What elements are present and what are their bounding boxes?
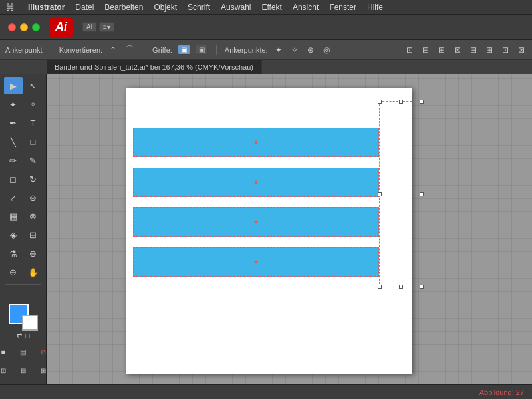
window-controls [8,23,40,31]
align-icon-6[interactable]: ⊞ [484,45,495,55]
mesh-tool[interactable]: ⊞ [24,226,43,243]
color-area: ⇄ ◻ ■ ▤ ⊘ ⊡ ⊟ ⊞ [0,304,47,382]
menu-objekt[interactable]: Objekt [154,3,177,12]
convert-icon-1[interactable]: ⌃ [108,45,118,55]
band-3[interactable] [133,207,379,237]
app-logo: Ai [49,18,73,37]
ankerpunkte-icon-1[interactable]: ✦ [273,45,284,55]
ankerpunkt-label: Ankerpunkt [5,46,43,54]
separator-2 [144,45,144,55]
default-colors-icon[interactable]: ◻ [25,332,30,339]
ankerpunkte-icon-2[interactable]: ✧ [289,45,300,55]
rotate-tool[interactable]: ↻ [24,170,43,188]
screen-mode-button[interactable]: ⊡ [0,362,13,379]
scale-tool[interactable]: ⤢ [4,189,23,206]
no-fill-button[interactable]: ⊘ [34,343,47,360]
griffe-btn-1[interactable]: ▣ [178,45,190,55]
hand-tool[interactable]: ✋ [24,263,43,281]
toolbar-divider [5,284,41,285]
ankerpunkte-label: Ankerpunkte: [225,46,268,54]
band-3-center [255,221,258,224]
eraser-tool[interactable]: ◻ [4,170,23,188]
graph-tool[interactable]: ▦ [4,207,23,225]
menu-datei[interactable]: Datei [75,3,94,12]
arrange-button[interactable]: ≡▾ [99,22,114,32]
align-icon-4[interactable]: ⊠ [452,45,463,55]
align-icon-1[interactable]: ⊡ [404,45,415,55]
profile-button[interactable]: Ai [82,22,96,32]
handle-tm[interactable] [399,100,403,104]
paintbrush-tool[interactable]: ✏ [4,152,23,169]
griffe-btn-2[interactable]: ▣ [196,45,208,55]
swap-colors-icon[interactable]: ⇄ [17,332,22,339]
background-color[interactable] [22,315,38,331]
menu-schrift[interactable]: Schrift [188,3,210,12]
handle-bl[interactable] [378,285,382,289]
status-bar: Abbildung: 27 [0,384,532,399]
screen-mode-2-button[interactable]: ⊟ [14,362,33,379]
eyedropper-tool[interactable]: ⚗ [4,245,23,262]
document-tab[interactable]: Bänder und Spiralen_tut2.ai* bei 167,36 … [47,60,262,74]
color-icons: ⇄ ◻ [17,332,30,339]
lasso-tool[interactable]: ⌖ [24,96,43,113]
align-icon-5[interactable]: ⊟ [468,45,479,55]
separator-3 [216,45,217,55]
band-1[interactable] [133,128,379,157]
menu-illustrator[interactable]: Illustrator [28,3,65,12]
apple-menu[interactable]: ⌘ [5,2,15,13]
main-area: ▶ ↖ ✦ ⌖ ✒ T ╲ □ ✏ ✎ ◻ ↻ ⤢ ⊛ ▦ ⊗ [0,74,532,384]
menu-hilfe[interactable]: Hilfe [367,3,383,12]
menu-auswahl[interactable]: Auswahl [221,3,251,12]
align-icon-8[interactable]: ⊠ [516,45,527,55]
line-tool[interactable]: ╲ [4,133,23,150]
convert-icon-2[interactable]: ⌒ [124,43,136,56]
handle-ml[interactable] [378,192,382,196]
symbol-tool[interactable]: ⊗ [24,207,43,225]
handle-mr[interactable] [420,192,424,196]
menu-fenster[interactable]: Fenster [329,3,356,12]
canvas-area [47,74,532,384]
tab-title: Bänder und Spiralen_tut2.ai* bei 167,36 … [55,63,253,71]
gradient-fill-button[interactable]: ▤ [14,343,33,360]
pencil-tool[interactable]: ✎ [24,152,43,169]
menu-effekt[interactable]: Effekt [261,3,281,12]
band-4-center [255,261,258,264]
rect-tool[interactable]: □ [24,133,43,150]
griffe-label: Griffe: [152,46,172,54]
status-text: Abbildung: 27 [479,388,524,396]
minimize-button[interactable] [20,23,28,31]
color-boxes [9,304,38,331]
measure-tool[interactable]: ⊕ [24,245,43,262]
pen-tool[interactable]: ✒ [4,114,23,132]
type-tool[interactable]: T [24,114,43,132]
selection-tool[interactable]: ▶ [4,77,23,94]
align-icon-7[interactable]: ⊡ [500,45,511,55]
magic-wand-tool[interactable]: ✦ [4,96,23,113]
menu-bearbeiten[interactable]: Bearbeiten [104,3,143,12]
separator-1 [51,45,51,55]
handle-br[interactable] [420,285,424,289]
handle-bm[interactable] [399,285,403,289]
ankerpunkte-icon-3[interactable]: ⊕ [305,45,316,55]
band-4[interactable] [133,247,379,277]
handle-tr[interactable] [420,100,424,104]
konvertieren-label: Konvertieren: [59,46,102,54]
band-2[interactable] [133,168,379,197]
ankerpunkte-icon-4[interactable]: ◎ [321,45,332,55]
band-1-center [255,141,258,144]
titlebar: Ai Ai ≡▾ [0,15,532,40]
align-icon-3[interactable]: ⊞ [436,45,447,55]
warp-tool[interactable]: ⊛ [24,189,43,206]
handle-tl[interactable] [378,100,382,104]
band-2-center [255,181,258,184]
close-button[interactable] [8,23,16,31]
menu-ansicht[interactable]: Ansicht [293,3,319,12]
gradient-tool[interactable]: ◈ [4,226,23,243]
screen-mode-3-button[interactable]: ⊞ [34,362,47,379]
align-icon-2[interactable]: ⊟ [420,45,431,55]
maximize-button[interactable] [32,23,40,31]
artboard [126,88,412,374]
fill-button[interactable]: ■ [0,343,13,360]
zoom-tool[interactable]: ⊕ [4,263,23,281]
direct-selection-tool[interactable]: ↖ [24,77,43,94]
